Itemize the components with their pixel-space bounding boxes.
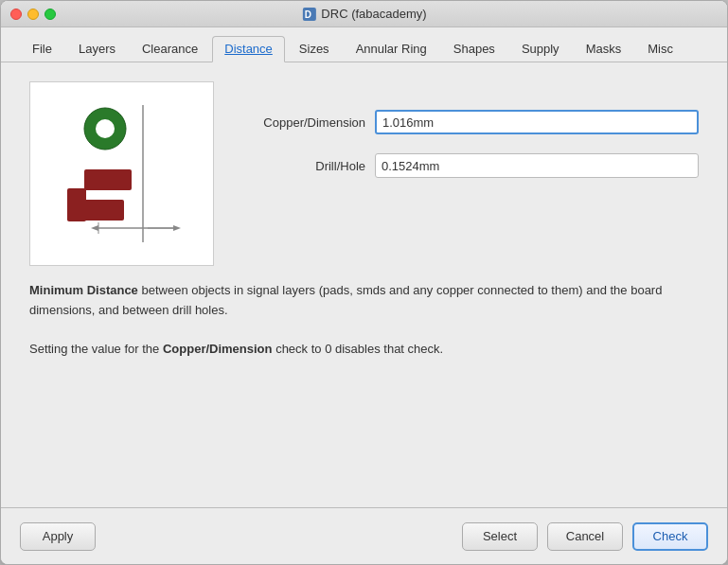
maximize-button[interactable] — [44, 9, 56, 20]
app-icon: D — [301, 7, 316, 22]
close-button[interactable] — [10, 9, 22, 20]
select-button[interactable]: Select — [462, 522, 538, 551]
tab-distance[interactable]: Distance — [212, 36, 285, 62]
tab-sizes[interactable]: Sizes — [287, 36, 342, 62]
tab-supply[interactable]: Supply — [509, 36, 572, 62]
copper-dimension-input[interactable] — [375, 110, 699, 134]
tab-misc[interactable]: Misc — [635, 36, 685, 62]
window-title: D DRC (fabacademy) — [301, 7, 426, 22]
svg-rect-9 — [84, 169, 132, 190]
drill-hole-row: Drill/Hole — [242, 153, 699, 178]
content-area: Copper/Dimension Drill/Hole Minimum Dist… — [1, 62, 727, 507]
tab-clearance[interactable]: Clearance — [130, 36, 210, 62]
svg-point-8 — [96, 119, 115, 138]
description-text: Minimum Distance between objects in sign… — [29, 281, 699, 360]
footer: Apply Select Cancel Check — [1, 507, 727, 564]
main-window: D DRC (fabacademy) File Layers Clearance… — [0, 0, 728, 565]
tab-file[interactable]: File — [20, 36, 64, 62]
footer-right: Select Cancel Check — [462, 522, 708, 551]
top-section: Copper/Dimension Drill/Hole — [29, 81, 699, 266]
minimize-button[interactable] — [27, 9, 39, 20]
description-line3: Setting the value for the Copper/Dimensi… — [29, 340, 699, 360]
svg-text:D: D — [304, 9, 311, 20]
description-line1: between objects in signal layers (pads, … — [141, 283, 662, 297]
tab-bar: File Layers Clearance Distance Sizes Ann… — [1, 27, 727, 62]
fields-section: Copper/Dimension Drill/Hole — [242, 81, 699, 178]
tab-layers[interactable]: Layers — [66, 36, 128, 62]
title-bar: D DRC (fabacademy) — [1, 1, 727, 27]
copper-dimension-row: Copper/Dimension — [242, 110, 699, 134]
tab-masks[interactable]: Masks — [574, 36, 634, 62]
diagram — [29, 81, 214, 266]
copper-dimension-label: Copper/Dimension — [242, 115, 365, 130]
traffic-lights — [10, 9, 56, 20]
check-button[interactable]: Check — [632, 522, 708, 551]
cancel-button[interactable]: Cancel — [547, 522, 623, 551]
svg-rect-11 — [67, 188, 86, 221]
description-line2: dimensions, and between drill holes. — [29, 301, 699, 321]
minimum-distance-bold: Minimum Distance — [29, 283, 138, 297]
drill-hole-input[interactable] — [375, 153, 699, 178]
apply-button[interactable]: Apply — [20, 522, 96, 551]
tab-shapes[interactable]: Shapes — [441, 36, 507, 62]
copper-dimension-bold: Copper/Dimension — [163, 342, 273, 356]
tab-annular-ring[interactable]: Annular Ring — [344, 36, 439, 62]
footer-left: Apply — [20, 522, 462, 551]
drill-hole-label: Drill/Hole — [242, 159, 365, 173]
